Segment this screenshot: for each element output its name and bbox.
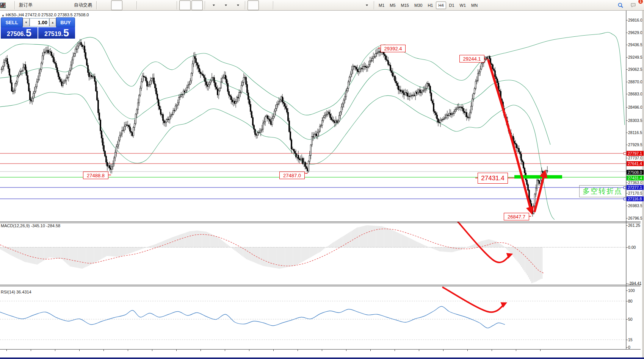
bar-chart-button[interactable] — [99, 0, 110, 10]
price-annotation-label[interactable]: 27487.0 — [279, 172, 305, 179]
sell-button[interactable]: SELL — [1, 17, 23, 27]
note-text-box[interactable]: 多空转折点 — [579, 185, 626, 197]
chart-shift-button[interactable] — [191, 0, 203, 10]
price-axis-label: 27363.0 — [628, 180, 642, 185]
price-badge: 27508.0 — [627, 170, 644, 175]
time-axis-tick — [322, 350, 322, 351]
arrows-button[interactable] — [360, 0, 372, 10]
panel-separator — [0, 285, 641, 285]
macd-header: MACD(12,26,9) -345.10 -284.58 — [1, 223, 60, 228]
auto-scroll-button[interactable] — [179, 0, 191, 10]
macd-axis-tick — [626, 247, 628, 248]
search-button[interactable] — [618, 0, 629, 10]
volume-decrease-button[interactable]: ▼ — [23, 18, 30, 27]
chevron-down-icon — [213, 5, 215, 6]
auto-trading-button[interactable]: 自动交易 — [72, 0, 94, 10]
time-axis-tick — [298, 350, 298, 351]
price-annotation-label[interactable]: 27431.4 — [478, 173, 508, 184]
market-watch-button[interactable] — [48, 0, 59, 10]
timeframe-w1[interactable]: W1 — [458, 2, 469, 9]
price-axis-tick — [626, 120, 628, 121]
eraser-button[interactable] — [36, 0, 47, 10]
horizontal-line-button[interactable] — [288, 0, 299, 10]
price-axis-label: 29629.0 — [628, 30, 642, 35]
price-axis-tick — [626, 82, 628, 82]
price-axis-label: 26983.5 — [628, 203, 642, 208]
price-badge: 27641.4 — [627, 161, 644, 166]
price-axis-tick — [626, 218, 628, 219]
timeframe-mn[interactable]: MN — [469, 2, 480, 9]
search-icon — [617, 2, 624, 8]
fibonacci-button[interactable]: F — [324, 0, 335, 10]
timeframe-h4[interactable]: H4 — [436, 2, 446, 9]
macd-signal-value: -284.58 — [46, 223, 60, 228]
buy-button[interactable]: BUY — [56, 17, 75, 27]
symbol-ohlc-text: HK50-,H4 27472.0 27532.0 27383.5 27508.0 — [6, 12, 89, 17]
signals-button[interactable] — [60, 0, 71, 10]
price-axis-tick — [626, 94, 628, 94]
notifications-button[interactable]: 1 — [630, 0, 641, 10]
price-badge: 27116.8 — [627, 197, 644, 201]
volume-input[interactable]: 1.00 — [30, 18, 49, 27]
price-annotation-label[interactable]: 27488.8 — [83, 172, 108, 179]
trendline-button[interactable] — [300, 0, 311, 10]
macd-value: -345.10 — [31, 223, 45, 228]
rsi-panel-canvas[interactable] — [0, 285, 644, 349]
time-axis-tick — [273, 350, 274, 351]
timeframe-m1[interactable]: M1 — [376, 2, 387, 9]
price-axis-label: 28496.0 — [628, 105, 642, 109]
window-bottom-edge — [0, 357, 644, 359]
text-label-button[interactable]: T — [348, 0, 360, 10]
time-axis-tick — [31, 350, 31, 351]
chart-window-icon: ▲ — [2, 14, 5, 17]
toolbar-separator — [245, 1, 246, 9]
price-axis-label: 29249.5 — [628, 55, 642, 59]
new-order-button[interactable]: 新订单 — [17, 0, 35, 10]
arrows-icon — [0, 2, 6, 8]
zoom-out-button[interactable] — [151, 0, 163, 10]
line-handle[interactable] — [624, 198, 626, 200]
toolbar-separator — [96, 1, 97, 9]
price-annotation-label[interactable]: 29244.1 — [459, 55, 484, 62]
timeframe-m5[interactable]: M5 — [387, 2, 398, 9]
crosshair-button[interactable] — [260, 0, 271, 10]
cursor-button[interactable] — [248, 0, 259, 10]
price-axis-tick — [626, 45, 628, 45]
macd-panel-canvas[interactable] — [0, 222, 644, 285]
timeframe-m30[interactable]: M30 — [412, 2, 425, 9]
templates-button[interactable] — [232, 0, 243, 10]
text-button[interactable]: A — [336, 0, 348, 10]
equidistant-channel-button[interactable]: E — [312, 0, 323, 10]
one-click-trade-panel: SELL ▼ 1.00 ▲ BUY 27506.5 27519.5 — [1, 17, 75, 39]
periods-button[interactable] — [219, 0, 231, 10]
time-axis-tick — [249, 350, 249, 351]
price-axis-tick — [626, 69, 628, 70]
rsi-axis-tick — [626, 340, 628, 340]
indicators-button[interactable] — [207, 0, 219, 10]
time-axis-tick — [128, 350, 128, 351]
volume-increase-button[interactable]: ▲ — [49, 18, 56, 27]
rsi-axis-label: 15 — [628, 337, 633, 342]
sell-price[interactable]: 27506.5 — [1, 27, 38, 39]
buy-price[interactable]: 27519.5 — [38, 27, 75, 39]
timeframe-h1[interactable]: H1 — [425, 2, 435, 9]
time-axis-tick — [516, 350, 516, 351]
timeframe-m15[interactable]: M15 — [399, 2, 411, 9]
macd-title: MACD(12,26,9) — [1, 223, 30, 228]
price-annotation-label[interactable]: 29392.4 — [381, 45, 406, 52]
panel-separator — [0, 223, 641, 223]
rsi-title: RSI(14) — [1, 290, 15, 294]
main-chart-canvas[interactable] — [0, 11, 644, 222]
line-handle[interactable] — [624, 152, 626, 155]
price-axis-label: 27170.5 — [628, 191, 642, 195]
macd-axis-label: 0.00 — [628, 245, 636, 250]
tile-windows-button[interactable] — [163, 0, 175, 10]
timeframe-d1[interactable]: D1 — [447, 2, 457, 9]
price-annotation-label[interactable]: 26847.7 — [504, 213, 529, 220]
time-axis-tick — [395, 350, 395, 351]
candlestick-chart-button[interactable] — [111, 0, 122, 10]
vertical-line-button[interactable] — [276, 0, 287, 10]
zoom-in-button[interactable] — [139, 0, 150, 10]
toolbar-separator — [14, 1, 15, 9]
line-chart-button[interactable] — [123, 0, 135, 10]
